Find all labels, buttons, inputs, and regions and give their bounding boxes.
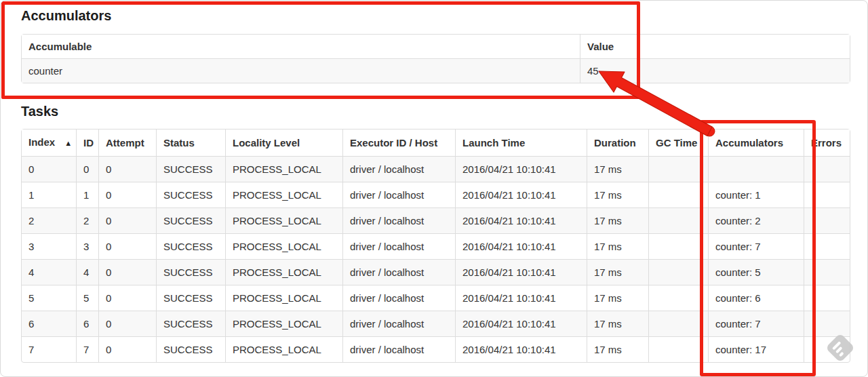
task-cell-locality: PROCESS_LOCAL (225, 233, 342, 259)
task-cell-errors (804, 207, 850, 233)
task-cell-attempt: 0 (98, 156, 156, 182)
task-cell-executor: driver / localhost (342, 156, 455, 182)
accumulable-table: AccumulableValue counter45 (21, 34, 850, 83)
task-cell-locality: PROCESS_LOCAL (225, 207, 342, 233)
task-row: 440SUCCESSPROCESS_LOCALdriver / localhos… (22, 259, 850, 285)
column-header-label: Status (163, 137, 195, 148)
task-cell-executor: driver / localhost (342, 259, 455, 285)
task-cell-accumulators (708, 156, 804, 182)
column-header-locality-level[interactable]: Locality Level (225, 130, 342, 156)
column-header-label: ID (83, 137, 94, 148)
column-header-value[interactable]: Value (580, 35, 850, 58)
task-cell-id: 3 (76, 233, 98, 259)
task-cell-duration: 17 ms (587, 207, 648, 233)
task-cell-status: SUCCESS (156, 285, 225, 311)
task-cell-attempt: 0 (98, 182, 156, 207)
task-cell-executor: driver / localhost (342, 207, 455, 233)
column-header-index[interactable]: Index▲ (22, 130, 76, 156)
column-header-status[interactable]: Status (156, 130, 225, 156)
task-cell-id: 2 (76, 207, 98, 233)
task-row: 770SUCCESSPROCESS_LOCALdriver / localhos… (22, 336, 850, 362)
accumulable-name-cell: counter (22, 58, 580, 83)
task-cell-index: 6 (22, 311, 76, 336)
task-cell-index: 7 (22, 336, 76, 362)
task-cell-status: SUCCESS (156, 336, 225, 362)
accumulable-header-row: AccumulableValue (22, 35, 850, 58)
task-cell-locality: PROCESS_LOCAL (225, 311, 342, 336)
task-cell-accumulators: counter: 5 (708, 259, 804, 285)
task-cell-duration: 17 ms (587, 259, 648, 285)
task-cell-attempt: 0 (98, 259, 156, 285)
task-cell-errors (804, 156, 850, 182)
task-row: 330SUCCESSPROCESS_LOCALdriver / localhos… (22, 233, 850, 259)
task-cell-gc-time (648, 336, 708, 362)
task-cell-locality: PROCESS_LOCAL (225, 259, 342, 285)
task-cell-status: SUCCESS (156, 311, 225, 336)
column-header-executor-id-host[interactable]: Executor ID / Host (342, 130, 455, 156)
accumulators-heading: Accumulators (21, 8, 848, 24)
task-cell-gc-time (648, 156, 708, 182)
task-cell-attempt: 0 (98, 285, 156, 311)
task-row: 000SUCCESSPROCESS_LOCALdriver / localhos… (22, 156, 850, 182)
task-cell-locality: PROCESS_LOCAL (225, 156, 342, 182)
task-cell-gc-time (648, 259, 708, 285)
task-cell-duration: 17 ms (587, 182, 648, 207)
task-cell-duration: 17 ms (587, 311, 648, 336)
task-cell-executor: driver / localhost (342, 233, 455, 259)
task-cell-id: 0 (76, 156, 98, 182)
task-cell-index: 2 (22, 207, 76, 233)
task-cell-locality: PROCESS_LOCAL (225, 285, 342, 311)
task-cell-launch-time: 2016/04/21 10:10:41 (455, 207, 587, 233)
task-cell-index: 4 (22, 259, 76, 285)
task-cell-accumulators: counter: 17 (708, 336, 804, 362)
task-cell-id: 1 (76, 182, 98, 207)
task-cell-duration: 17 ms (587, 336, 648, 362)
column-header-label: Duration (594, 137, 636, 148)
task-cell-launch-time: 2016/04/21 10:10:41 (455, 182, 587, 207)
task-row: 110SUCCESSPROCESS_LOCALdriver / localhos… (22, 182, 850, 207)
tasks-table: Index▲IDAttemptStatusLocality LevelExecu… (21, 129, 850, 363)
task-cell-accumulators: counter: 7 (708, 311, 804, 336)
task-cell-status: SUCCESS (156, 259, 225, 285)
column-header-accumulable[interactable]: Accumulable (22, 35, 580, 58)
task-cell-errors (804, 336, 850, 362)
column-header-attempt[interactable]: Attempt (98, 130, 156, 156)
task-cell-launch-time: 2016/04/21 10:10:41 (455, 285, 587, 311)
task-row: 220SUCCESSPROCESS_LOCALdriver / localhos… (22, 207, 850, 233)
task-cell-executor: driver / localhost (342, 336, 455, 362)
task-cell-launch-time: 2016/04/21 10:10:41 (455, 311, 587, 336)
task-cell-attempt: 0 (98, 233, 156, 259)
task-cell-index: 3 (22, 233, 76, 259)
task-cell-errors (804, 233, 850, 259)
task-cell-executor: driver / localhost (342, 311, 455, 336)
column-header-launch-time[interactable]: Launch Time (455, 130, 587, 156)
task-cell-index: 0 (22, 156, 76, 182)
task-cell-index: 1 (22, 182, 76, 207)
task-cell-gc-time (648, 311, 708, 336)
task-cell-launch-time: 2016/04/21 10:10:41 (455, 336, 587, 362)
task-cell-errors (804, 285, 850, 311)
task-cell-id: 6 (76, 311, 98, 336)
task-cell-launch-time: 2016/04/21 10:10:41 (455, 156, 587, 182)
task-cell-index: 5 (22, 285, 76, 311)
task-cell-errors (804, 311, 850, 336)
main-content: Accumulators AccumulableValue counter45 … (1, 1, 867, 363)
task-cell-attempt: 0 (98, 311, 156, 336)
task-cell-id: 7 (76, 336, 98, 362)
column-header-accumulators[interactable]: Accumulators (708, 130, 804, 156)
task-cell-launch-time: 2016/04/21 10:10:41 (455, 259, 587, 285)
task-cell-id: 5 (76, 285, 98, 311)
column-header-duration[interactable]: Duration (587, 130, 648, 156)
column-header-label: Executor ID / Host (350, 137, 437, 148)
task-cell-attempt: 0 (98, 207, 156, 233)
sort-ascending-icon: ▲ (64, 139, 72, 147)
column-header-gc-time[interactable]: GC Time (648, 130, 708, 156)
task-cell-gc-time (648, 207, 708, 233)
task-cell-accumulators: counter: 6 (708, 285, 804, 311)
column-header-id[interactable]: ID (76, 130, 98, 156)
task-cell-status: SUCCESS (156, 207, 225, 233)
accumulable-row: counter45 (22, 58, 850, 83)
task-cell-id: 4 (76, 259, 98, 285)
task-row: 550SUCCESSPROCESS_LOCALdriver / localhos… (22, 285, 850, 311)
column-header-errors[interactable]: Errors (804, 130, 850, 156)
